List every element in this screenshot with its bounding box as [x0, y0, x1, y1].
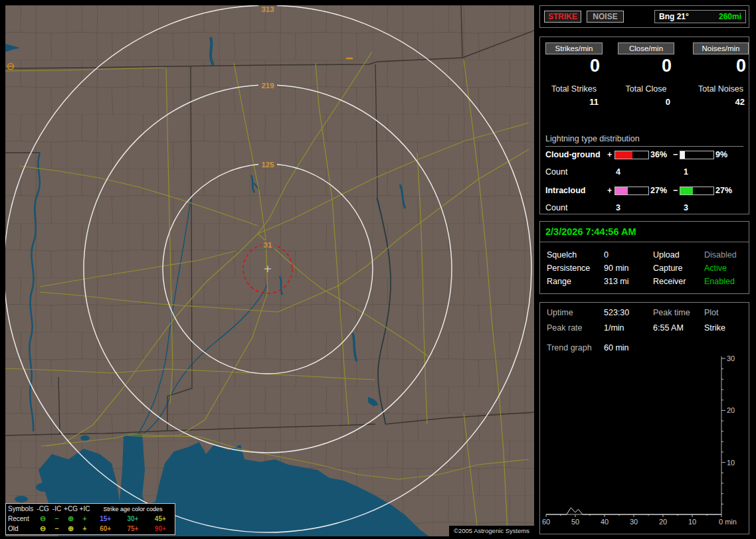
svg-text:60: 60 [542, 518, 550, 526]
plus-sign: + [607, 150, 612, 159]
count-label: Count [545, 203, 567, 212]
minus-sign: − [673, 186, 678, 195]
age-45: 45+ [155, 515, 166, 522]
pos-ic-recent-icon: + [78, 515, 92, 522]
range-value: 313 mi [604, 277, 629, 286]
ic-plus-pct: 27% [650, 186, 667, 195]
trend-graph: 1020306050403020100 min [540, 303, 749, 532]
persistence-label: Persistence [547, 264, 590, 273]
squelch-label: Squelch [547, 250, 577, 260]
noises-per-min-label: Noises/min [693, 42, 749, 54]
svg-text:30: 30 [630, 518, 638, 526]
ic-plus-bar [614, 187, 649, 195]
capture-status: Active [704, 264, 727, 273]
neg-ic-recent-icon: − [50, 515, 64, 522]
settings-row: Persistence 90 min Capture Active [540, 264, 749, 273]
noise-mode-button[interactable]: NOISE [587, 11, 624, 23]
range-label: Range [547, 277, 571, 286]
total-noises-value: 42 [693, 97, 749, 107]
ic-minus-bar [680, 187, 714, 195]
pos-cg-recent-icon: ⊕ [64, 515, 78, 522]
count-label: Count [545, 167, 567, 177]
capture-label: Capture [653, 264, 682, 273]
distribution-title: Lightning type distribution [545, 134, 743, 147]
neg-cg-old-icon: ⊖ [36, 525, 50, 532]
cloud-ground-count-row: Count 4 1 [545, 167, 743, 177]
svg-text:0 min: 0 min [719, 518, 737, 526]
cloud-ground-label: Cloud-ground [545, 150, 601, 159]
squelch-value: 0 [604, 250, 609, 260]
total-close-label: Total Close [618, 84, 674, 94]
ic-minus-pct: 27% [715, 186, 732, 195]
mode-section: STRIKE NOISE 260mi Bng 21° [539, 5, 749, 28]
svg-text:30: 30 [727, 354, 735, 362]
svg-text:50: 50 [571, 518, 579, 526]
cg-plus-bar [614, 151, 649, 159]
lightning-map[interactable]: 313 219 125 31 Symbols -CG -IC +CG +IC S… [5, 5, 534, 536]
close-per-min-value: 0 [618, 56, 674, 76]
persistence-value: 90 min [604, 264, 629, 273]
strikes-column: Strikes/min 0 Total Strikes 11 [545, 42, 603, 107]
cloud-ground-row: Cloud-ground + 36% − 9% [545, 150, 743, 159]
legend-old-row: Old ⊖ − ⊕ + 60+ 75+ 90+ [6, 524, 175, 534]
noises-per-min-value: 0 [693, 56, 749, 76]
strike-symbol-legend: Symbols -CG -IC +CG +IC Strike age color… [5, 503, 175, 535]
pos-ic-old-icon: + [78, 525, 92, 532]
plus-sign: + [607, 186, 612, 195]
legend-col-neg-cg: -CG [36, 505, 50, 512]
separator [540, 242, 749, 242]
svg-text:20: 20 [727, 406, 735, 414]
intracloud-row: Intracloud + 27% − 27% [545, 186, 743, 195]
svg-text:40: 40 [601, 518, 609, 526]
total-strikes-label: Total Strikes [545, 84, 603, 94]
receiver-status: Enabled [704, 277, 735, 286]
neg-ic-old-icon: − [50, 525, 64, 532]
legend-col-pos-ic: +IC [78, 505, 92, 512]
minus-sign: − [673, 150, 678, 159]
status-panel: STRIKE NOISE 260mi Bng 21° Strikes/min 0… [539, 0, 751, 539]
map-canvas: 313 219 125 31 [5, 5, 534, 536]
cg-minus-count: 1 [684, 167, 688, 177]
settings-row: Range 313 mi Receiver Enabled [540, 277, 749, 287]
svg-text:20: 20 [659, 518, 667, 526]
ring-label-125: 125 [261, 161, 274, 169]
close-per-min-label: Close/min [618, 42, 674, 54]
bearing-readout: 260mi Bng 21° [654, 10, 746, 23]
app-window: 313 219 125 31 Symbols -CG -IC +CG +IC S… [0, 0, 756, 539]
age-90: 90+ [155, 525, 166, 532]
intracloud-count-row: Count 3 3 [545, 203, 743, 212]
legend-col-pos-cg: +CG [64, 505, 78, 512]
neg-cg-recent-icon: ⊖ [36, 515, 50, 522]
age-75: 75+ [128, 525, 139, 532]
ring-label-219: 219 [261, 82, 274, 90]
legend-recent-row: Recent ⊖ − ⊕ + 15+ 30+ 45+ [6, 514, 175, 524]
age-15: 15+ [100, 515, 111, 522]
intracloud-label: Intracloud [545, 186, 585, 195]
receiver-label: Receiver [653, 277, 686, 286]
close-column: Close/min 0 Total Close 0 [618, 42, 674, 107]
time-settings-section: 2/3/2026 7:44:56 AM Squelch 0 Upload Dis… [539, 221, 749, 294]
map-copyright: ©2005 Astrogenic Systems [449, 526, 534, 536]
total-close-value: 0 [618, 97, 674, 107]
settings-row: Squelch 0 Upload Disabled [540, 250, 749, 260]
cg-plus-count: 4 [616, 167, 620, 177]
age-30: 30+ [128, 515, 139, 522]
ring-label-313: 313 [261, 5, 274, 13]
strikes-per-min-value: 0 [545, 56, 603, 76]
upload-label: Upload [653, 250, 680, 260]
statistics-section: Strikes/min 0 Total Strikes 11 Close/min… [539, 37, 749, 214]
bearing-distance: 260mi [719, 11, 741, 23]
strike-mode-button[interactable]: STRIKE [544, 11, 581, 23]
legend-symbols-header: Symbols [6, 505, 36, 512]
legend-header-row: Symbols -CG -IC +CG +IC Strike age color… [6, 504, 175, 514]
pos-cg-old-icon: ⊕ [64, 525, 78, 532]
age-60: 60+ [100, 525, 111, 532]
ring-label-31: 31 [264, 241, 272, 249]
strikes-per-min-label: Strikes/min [545, 42, 603, 54]
total-noises-label: Total Noises [693, 84, 749, 94]
cg-minus-pct: 9% [715, 150, 727, 159]
legend-old-label: Old [6, 525, 36, 532]
upload-status: Disabled [704, 250, 737, 260]
svg-text:10: 10 [688, 518, 696, 526]
bearing-value: Bng 21° [659, 12, 689, 21]
